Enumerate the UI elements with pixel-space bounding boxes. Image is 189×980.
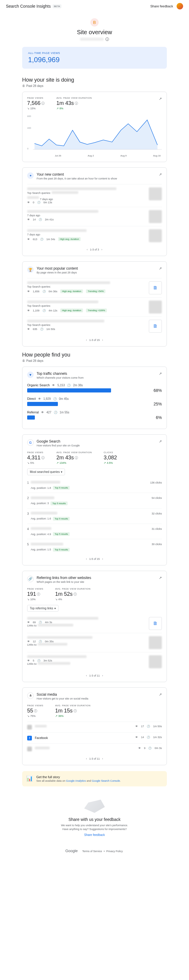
content-row[interactable]: Top Search queries: 👁635 🕐1m 50s 🗎	[27, 317, 162, 336]
referring-row[interactable]: 👁12🕐0m 35sLinks to:	[27, 633, 162, 652]
info-icon[interactable]: i	[41, 102, 45, 105]
open-in-new-icon[interactable]: ↗	[159, 172, 162, 177]
thumbnail	[149, 655, 162, 668]
gsc-link[interactable]: Google Search Console	[92, 780, 120, 782]
content-row[interactable]: 7 days ago 👁14 🕐2m 41s	[27, 207, 162, 226]
svg-text:800: 800	[27, 115, 31, 118]
sparkle-icon: ✦	[27, 172, 34, 179]
chevron-left-icon[interactable]: ‹	[86, 674, 87, 677]
referring-dropdown[interactable]: Top referring links ▾	[27, 605, 58, 612]
section-find-title: How people find you	[22, 352, 167, 358]
chevron-left-icon[interactable]: ‹	[87, 248, 88, 251]
share-feedback-link[interactable]: Share feedback	[150, 5, 173, 8]
card-title: Google Search	[37, 439, 80, 444]
feedback-illustration	[84, 798, 105, 813]
pager: ‹1-5 of 15›	[27, 555, 162, 560]
queries-dropdown[interactable]: Most searched queries ▾	[27, 468, 65, 475]
section-find-period: 🗓 Past 28 days	[22, 359, 167, 363]
feedback-text: We want to help you understand your site…	[34, 824, 155, 832]
feedback-section: Share with us your feedback We want to h…	[22, 792, 167, 843]
channel-row: Organic Search 👁5,153 🕐2m 38s 68%	[27, 383, 162, 393]
feedback-link[interactable]: Share feedback	[84, 833, 105, 837]
social-card: ⋔ Social media How visitors get to your …	[22, 687, 167, 765]
social-row[interactable]: 👁9 🕐0m 3s	[27, 743, 162, 754]
chevron-right-icon[interactable]: ›	[102, 339, 103, 342]
chevron-left-icon[interactable]: ‹	[86, 557, 87, 560]
open-in-new-icon[interactable]: ↗	[159, 372, 162, 375]
calendar-icon: 🗓	[22, 84, 25, 88]
query-row[interactable]: 1136 clicksAvg. position: 1.8Top 5 resul…	[27, 477, 162, 493]
overview-chart-card: PAGE VIEWS 7,566i ↘ 15% AVG. PAGE VIEW D…	[22, 92, 167, 162]
thumbnail	[149, 210, 162, 223]
popular-content-card: 🏆 Your most popular content By page view…	[22, 261, 167, 347]
new-content-card: ✦ Your new content From the past 28 days…	[22, 167, 167, 256]
metric-pageviews: PAGE VIEWS 7,566i ↘ 15%	[27, 97, 45, 110]
card-subtitle: How visitors get to your site on social …	[37, 697, 88, 700]
card-title: Your most popular content	[37, 266, 78, 270]
footer: Google Terms of Service • Privacy Policy	[22, 843, 167, 859]
info-icon[interactable]: i	[75, 102, 78, 105]
google-icon: G	[27, 439, 34, 446]
open-in-new-icon[interactable]: ↗	[159, 692, 162, 697]
svg-text:0: 0	[27, 147, 29, 150]
badge-high-duration: High avg. duration	[58, 237, 81, 241]
thumbnail	[149, 301, 162, 313]
card-title: Referring links from other websites	[37, 576, 91, 580]
promo-card: 📊 Get the full story See all available d…	[22, 771, 167, 786]
promo-text: See all available data on Google Analyti…	[36, 780, 121, 782]
chevron-left-icon[interactable]: ‹	[86, 757, 87, 760]
share-icon: ⋔	[27, 692, 34, 699]
query-row[interactable]: 431 clicksAvg. position: 4.9Top 5 result…	[27, 523, 162, 539]
privacy-link[interactable]: Privacy Policy	[106, 850, 123, 853]
beta-badge: BETA	[53, 5, 61, 8]
content-row[interactable]: Top Search queries: 7 days ago 👁0 🕐0m 13…	[27, 184, 162, 207]
channel-row: Referral 👁427 🕐1m 55s 6%	[27, 410, 162, 420]
page-title: Site overview	[22, 29, 167, 36]
open-in-new-icon[interactable]: ↗	[159, 97, 162, 101]
ga-link[interactable]: Google Analytics	[66, 780, 86, 782]
referring-row[interactable]: 👁69🕐4m 3sLinks to: 🗎	[27, 614, 162, 633]
funnel-icon: ▼	[27, 372, 34, 378]
social-row[interactable]: 👁17 🕐1m 50s	[27, 722, 162, 732]
chevron-left-icon[interactable]: ‹	[86, 339, 87, 342]
card-subtitle: How visitors find your site on Google	[37, 444, 80, 447]
section-doing-period: 🗓 Past 28 days	[22, 84, 167, 88]
card-subtitle: From the past 28 days, it can take about…	[37, 177, 117, 180]
content-row[interactable]: Top Search queries: 👁1,656 🕐0m 36s High …	[27, 278, 162, 297]
chevron-right-icon[interactable]: ›	[102, 757, 103, 760]
open-in-new-icon[interactable]: ↗	[159, 266, 162, 270]
feedback-title: Share with us your feedback	[34, 817, 155, 822]
product-name: Search Console Insights	[6, 4, 51, 8]
chevron-right-icon[interactable]: ›	[101, 248, 102, 251]
thumbnail	[149, 636, 162, 649]
trophy-icon: 🏆	[27, 266, 34, 273]
facebook-icon: f	[27, 736, 32, 740]
pageviews-line-chart: 800 400 0	[27, 114, 162, 152]
site-favicon: B	[90, 18, 99, 27]
info-icon[interactable]: i	[106, 37, 109, 41]
thumbnail	[149, 229, 162, 242]
query-row[interactable]: 254 clicksAvg. position: 3Top 5 results	[27, 493, 162, 508]
chevron-right-icon[interactable]: ›	[102, 557, 103, 560]
hero-label: ALL-TIME PAGE VIEWS	[28, 52, 161, 54]
doc-icon: 🗎	[149, 617, 162, 630]
social-row[interactable]: fFacebook👁14 🕐1m 32s	[27, 732, 162, 743]
metric-duration: AVG. PAGE VIEW DURATION 1m 43si ↗ 8%	[56, 97, 92, 110]
channel-row: Direct 👁1,929 🕐0m 45s 25%	[27, 397, 162, 406]
content-row[interactable]: Top Search queries: 👁1,109 🕐4m 12s High …	[27, 297, 162, 317]
promo-title: Get the full story	[36, 775, 121, 779]
card-subtitle: Which channels your visitors come from	[37, 376, 83, 379]
user-avatar[interactable]	[176, 3, 183, 10]
query-row[interactable]: 332 clicksAvg. position: 1.6Top 5 result…	[27, 508, 162, 523]
content-row[interactable]: 7 days ago 👁613 🕐1m 34s High avg. durati…	[27, 226, 162, 245]
referring-row[interactable]: 👁5🕐3m 52sLinks to:	[27, 652, 162, 671]
chevron-down-icon: ▾	[61, 470, 62, 474]
thumbnail	[149, 188, 162, 200]
chevron-right-icon[interactable]: ›	[102, 674, 103, 677]
open-in-new-icon[interactable]: ↗	[159, 576, 162, 580]
open-in-new-icon[interactable]: ↗	[159, 439, 162, 444]
query-row[interactable]: 530 clicksAvg. position: 1.5Top 5 result…	[27, 539, 162, 554]
terms-link[interactable]: Terms of Service	[82, 850, 102, 853]
chevron-down-icon: ▾	[54, 607, 56, 610]
card-title: Your new content	[37, 172, 117, 177]
